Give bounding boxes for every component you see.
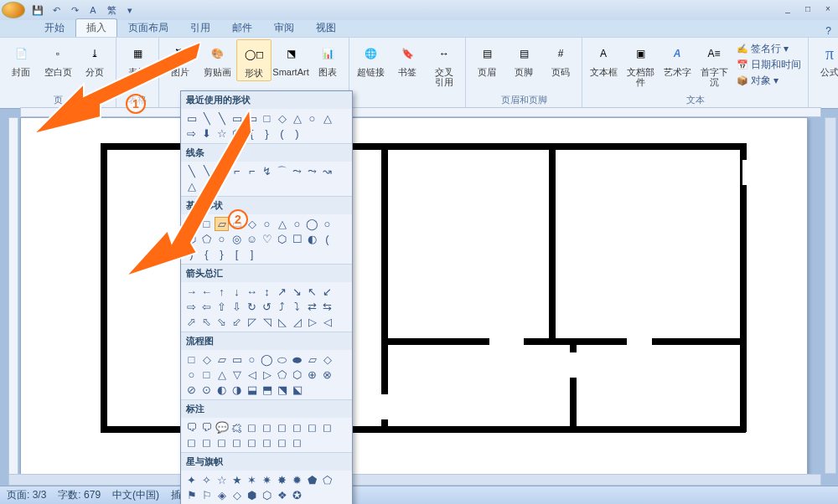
shape-thumbnail[interactable]: ◹ [260,315,274,329]
object-button[interactable]: 📦 对象 ▾ [737,74,801,88]
chart-button[interactable]: 📊图表 [310,39,345,80]
save-icon[interactable]: 💾 [30,3,45,18]
tab-insert[interactable]: 插入 [75,18,117,37]
shape-thumbnail[interactable]: ◁ [245,368,259,382]
bookmark-button[interactable]: 🔖书签 [390,39,425,80]
date-time-button[interactable]: 📅 日期和时间 [737,58,801,72]
shape-thumbnail[interactable]: ◻ [320,420,334,435]
help-button[interactable]: ? [819,25,838,37]
shape-thumbnail[interactable]: ✪ [290,488,304,502]
shape-thumbnail[interactable]: ◻ [305,420,319,435]
shape-thumbnail[interactable]: ⤵ [290,300,304,314]
shape-thumbnail[interactable]: ✦ [184,473,199,487]
shape-thumbnail[interactable]: ◇ [230,488,244,502]
shape-thumbnail[interactable]: ↻ [245,300,259,314]
shape-thumbnail[interactable]: ◐ [215,383,229,397]
shape-thumbnail[interactable]: 🗩 [199,420,214,435]
textbox-button[interactable]: A文本框 [586,39,621,80]
shape-thumbnail[interactable]: ▽ [230,368,244,382]
shape-thumbnail[interactable]: ⇦ [199,300,214,314]
crossref-button[interactable]: ↔交叉 引用 [427,39,462,90]
shape-thumbnail[interactable]: ▷ [260,368,274,382]
shape-thumbnail[interactable]: ◻ [184,435,199,450]
shape-thumbnail[interactable]: → [184,285,199,299]
redo-icon[interactable]: ↷ [67,3,82,18]
shape-thumbnail[interactable]: ○ [245,352,259,367]
shape-thumbnail[interactable]: ↙ [320,285,334,299]
shape-thumbnail[interactable]: ❖ [275,488,289,502]
shape-thumbnail[interactable]: ⬢ [245,488,259,502]
shape-thumbnail[interactable]: ⬠ [320,473,334,487]
shape-thumbnail[interactable]: ⬠ [275,368,289,382]
shape-thumbnail[interactable]: ⊘ [184,383,199,397]
shape-thumbnail[interactable]: ○ [320,217,334,231]
shape-thumbnail[interactable]: ◸ [245,315,259,329]
shape-thumbnail[interactable]: ◻ [260,420,274,435]
undo-icon[interactable]: ↶ [49,3,64,18]
shape-thumbnail[interactable]: ◻ [290,420,304,435]
shape-thumbnail[interactable]: ✸ [275,473,289,487]
shape-thumbnail[interactable]: ⚐ [199,488,214,502]
signature-line-button[interactable]: ✍ 签名行 ▾ [737,42,801,56]
shape-thumbnail[interactable]: ◻ [260,435,274,450]
shape-thumbnail[interactable]: ↗ [275,285,289,299]
scrollbar-vertical[interactable] [825,117,836,474]
shape-thumbnail[interactable]: ⊙ [199,383,214,397]
shape-thumbnail[interactable]: ⬬ [290,352,304,367]
shape-thumbnail[interactable]: ( [320,232,334,246]
tab-home[interactable]: 开始 [34,18,75,37]
shape-thumbnail[interactable]: ↖ [305,285,319,299]
shape-thumbnail[interactable]: ◯ [305,217,319,231]
shape-thumbnail[interactable]: ⇄ [305,300,319,314]
tab-references[interactable]: 引用 [179,18,221,37]
shape-thumbnail[interactable]: ◻ [275,420,289,435]
footer-button[interactable]: ▤页脚 [506,39,541,80]
dropcap-button[interactable]: A≡首字下沉 [696,39,732,90]
shape-thumbnail[interactable]: ◈ [215,488,229,502]
tab-view[interactable]: 视图 [305,18,347,37]
shape-thumbnail[interactable]: ◑ [230,383,244,397]
shape-thumbnail[interactable]: ◇ [320,352,334,367]
shape-thumbnail[interactable]: □ [184,352,199,367]
shape-thumbnail[interactable]: ⬀ [184,315,199,329]
shape-thumbnail[interactable]: ◻ [275,435,289,450]
shape-thumbnail[interactable]: ◻ [215,435,229,450]
wordart-button[interactable]: A艺术字 [660,39,695,80]
shape-thumbnail[interactable]: ☆ [215,473,229,487]
tab-page-layout[interactable]: 页面布局 [117,18,179,37]
shape-thumbnail[interactable]: ◻ [245,420,259,435]
shape-thumbnail[interactable]: ⚑ [184,488,199,502]
shape-thumbnail[interactable]: △ [320,111,334,126]
page-number-button[interactable]: #页码 [543,39,578,80]
shape-thumbnail[interactable]: ⬃ [230,315,244,329]
shape-thumbnail[interactable]: ← [199,285,214,299]
qat-more-icon[interactable]: ▾ [122,3,137,18]
shape-thumbnail[interactable]: ◁ [320,315,334,329]
maximize-button[interactable]: □ [799,4,816,16]
shape-thumbnail[interactable]: 🗯 [230,420,244,435]
shape-thumbnail[interactable]: ⬂ [215,315,229,329]
shape-thumbnail[interactable]: ↝ [320,164,334,178]
shape-thumbnail[interactable]: ⇧ [215,300,229,314]
shape-thumbnail[interactable]: ◯ [260,352,274,367]
tab-mailings[interactable]: 邮件 [221,18,263,37]
shape-thumbnail[interactable]: 💬 [215,420,229,435]
shapes-button[interactable]: ◯◻形状 [236,39,272,81]
shape-thumbnail[interactable]: ↘ [290,285,304,299]
shape-thumbnail[interactable]: ◐ [305,232,319,246]
shape-thumbnail[interactable]: ⇆ [320,300,334,314]
shape-thumbnail[interactable]: ◻ [230,435,244,450]
shape-thumbnail[interactable]: ⬔ [275,383,289,397]
close-button[interactable]: × [820,4,836,16]
clipart-button[interactable]: 🎨剪贴画 [199,39,235,80]
shape-thumbnail[interactable]: ↕ [260,285,274,299]
shape-thumbnail[interactable]: ▱ [215,352,229,367]
shape-thumbnail[interactable]: ⬟ [305,473,319,487]
convert-icon[interactable]: 繁 [104,3,119,18]
hyperlink-button[interactable]: 🌐超链接 [353,39,388,80]
shape-thumbnail[interactable]: ◻ [290,435,304,450]
shape-thumbnail[interactable]: ✶ [245,473,259,487]
shape-thumbnail[interactable]: ⬓ [245,383,259,397]
shape-thumbnail[interactable]: ⬒ [260,383,274,397]
quickparts-button[interactable]: ▣文档部件 [623,39,658,90]
